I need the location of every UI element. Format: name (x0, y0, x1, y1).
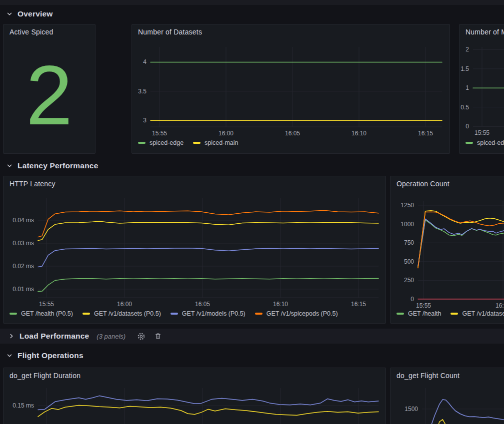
svg-text:16:00: 16:00 (496, 302, 504, 309)
models-chart[interactable]: 00.511.5215:55spiced-edge (460, 24, 504, 153)
section-row-load-performance[interactable]: Load Performance (3 panels) (0, 329, 504, 344)
legend-label: spiced-edge (477, 139, 504, 146)
svg-text:16:15: 16:15 (351, 301, 366, 308)
svg-text:0.5: 0.5 (460, 104, 469, 111)
row-settings-button[interactable] (137, 332, 146, 341)
legend-label: GET /health (P0.5) (21, 310, 73, 317)
row-delete-button[interactable] (154, 332, 162, 340)
http-latency-chart[interactable]: 0.01 ms0.02 ms0.03 ms0.04 ms15:5516:0016… (4, 176, 386, 323)
svg-text:16:05: 16:05 (285, 130, 300, 137)
datasets-legend: spiced-edgespiced-main (138, 139, 238, 146)
legend-swatch (82, 313, 90, 315)
op_count-plot[interactable]: 02505007501000125015:5516:00 (390, 176, 504, 323)
svg-text:500: 500 (404, 258, 414, 265)
legend-swatch (396, 313, 404, 315)
operation-count-chart[interactable]: 02505007501000125015:5516:00GET /healthG… (390, 176, 504, 323)
legend-label: GET /v1/spicepods (P0.5) (266, 310, 338, 317)
panel-title-models[interactable]: Number of Models (466, 28, 504, 36)
http_latency-plot[interactable]: 0.01 ms0.02 ms0.03 ms0.04 ms15:5516:0016… (4, 176, 386, 323)
legend-item[interactable]: GET /v1/spicepods (P0.5) (255, 310, 338, 317)
chevron-down-icon (6, 352, 13, 359)
models-plot[interactable]: 00.511.5215:55 (460, 24, 504, 153)
legend-swatch (170, 313, 178, 315)
svg-text:0: 0 (466, 123, 469, 130)
stat-wrap: 2 (4, 37, 95, 153)
panel-title-flight-count[interactable]: do_get Flight Count (396, 372, 460, 380)
panel-flight-count: do_get Flight Count 1500 (390, 368, 504, 424)
legend-label: spiced-edge (150, 139, 184, 146)
top-toolbar-edge (0, 0, 504, 6)
legend-swatch (450, 313, 458, 315)
svg-text:15:55: 15:55 (474, 129, 490, 136)
models-legend: spiced-edge (466, 139, 504, 146)
svg-text:3.5: 3.5 (138, 88, 146, 95)
svg-text:0: 0 (410, 296, 414, 303)
chevron-down-icon (6, 162, 13, 169)
section-row-latency[interactable]: Latency Performance (6, 160, 98, 172)
svg-text:15:55: 15:55 (152, 130, 167, 137)
legend-label: GET /v1/models (P0.5) (182, 310, 246, 317)
legend-item[interactable]: GET /v1/datasets (P0.5) (82, 310, 161, 317)
legend-item[interactable]: GET /v1/models (P0.5) (170, 310, 246, 317)
svg-text:1500: 1500 (404, 406, 418, 413)
grafana-dashboard: { "palette": { "green": "#73BF69", "yell… (0, 0, 504, 424)
section-title-flight-operations: Flight Operations (18, 351, 84, 360)
svg-text:16:05: 16:05 (195, 301, 210, 308)
svg-text:1: 1 (466, 84, 469, 91)
datasets-chart[interactable]: 33.5415:5516:0016:0516:1016:15spiced-edg… (132, 24, 450, 153)
legend-swatch (193, 142, 200, 144)
stat-value: 2 (26, 53, 72, 137)
svg-text:15:55: 15:55 (39, 301, 54, 308)
legend-item[interactable]: spiced-edge (138, 139, 184, 146)
legend-item[interactable]: GET /health (396, 310, 441, 317)
svg-text:250: 250 (404, 277, 414, 284)
section-panels-count: (3 panels) (96, 333, 126, 340)
section-title-latency: Latency Performance (18, 161, 98, 170)
legend-swatch (466, 142, 473, 144)
chevron-down-icon (6, 10, 13, 17)
trash-icon (154, 332, 162, 340)
legend-label: GET /v1/datasets (462, 310, 504, 317)
svg-text:0.02 ms: 0.02 ms (12, 263, 34, 270)
panel-title-datasets[interactable]: Number of Datasets (138, 28, 202, 36)
panel-flight-duration: do_get Flight Duration 0.15 ms (3, 368, 386, 424)
section-row-overview[interactable]: Overview (6, 8, 53, 20)
svg-text:15:55: 15:55 (416, 302, 431, 309)
legend-item[interactable]: spiced-edge (466, 139, 504, 146)
svg-text:16:10: 16:10 (273, 301, 288, 308)
panel-title-active-spiced[interactable]: Active Spiced (10, 28, 53, 36)
legend-item[interactable]: spiced-main (193, 139, 238, 146)
panel-http-latency: HTTP Latency 0.01 ms0.02 ms0.03 ms0.04 m… (3, 176, 386, 324)
svg-text:1250: 1250 (400, 202, 414, 209)
svg-text:2: 2 (466, 46, 469, 53)
legend-label: GET /v1/datasets (P0.5) (94, 310, 161, 317)
op_count-legend: GET /healthGET /v1/datasets (396, 310, 504, 317)
svg-text:0.03 ms: 0.03 ms (12, 240, 34, 247)
section-row-flight-operations[interactable]: Flight Operations (6, 350, 84, 362)
svg-text:1.5: 1.5 (460, 65, 469, 72)
panel-number-of-datasets: Number of Datasets 33.5415:5516:0016:051… (132, 24, 450, 154)
svg-text:16:10: 16:10 (352, 130, 366, 137)
gear-icon (137, 332, 146, 341)
svg-text:0.15 ms: 0.15 ms (12, 402, 34, 409)
legend-swatch (138, 142, 146, 144)
legend-item[interactable]: GET /v1/datasets (450, 310, 504, 317)
panel-title-http-latency[interactable]: HTTP Latency (10, 180, 56, 188)
panel-active-spiced: Active Spiced 2 (3, 24, 96, 154)
panel-number-of-models: Number of Models 00.511.5215:55spiced-ed… (459, 24, 504, 154)
chevron-right-icon (8, 333, 15, 340)
section-title-overview: Overview (18, 9, 53, 18)
datasets-plot[interactable]: 33.5415:5516:0016:0516:1016:15 (132, 24, 450, 153)
svg-text:750: 750 (404, 239, 414, 246)
legend-swatch (255, 313, 262, 315)
panel-title-operation-count[interactable]: Operation Count (396, 180, 450, 188)
legend-item[interactable]: GET /health (P0.5) (10, 310, 73, 317)
panel-title-flight-duration[interactable]: do_get Flight Duration (10, 372, 80, 380)
section-title-load-performance: Load Performance (20, 332, 89, 341)
panel-operation-count: Operation Count 02505007501000125015:551… (390, 176, 504, 324)
legend-label: GET /health (408, 310, 441, 317)
svg-text:3: 3 (143, 117, 146, 124)
svg-text:16:00: 16:00 (218, 130, 234, 137)
svg-text:0.01 ms: 0.01 ms (12, 286, 34, 293)
legend-label: spiced-main (204, 139, 238, 146)
